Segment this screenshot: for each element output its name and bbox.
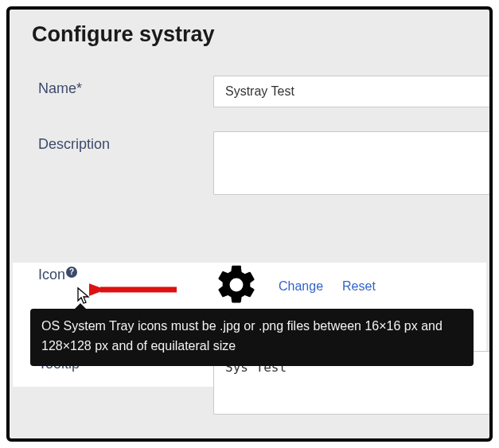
name-input[interactable]: [213, 76, 489, 107]
row-name: Name*: [38, 76, 489, 107]
reset-link[interactable]: Reset: [342, 279, 376, 294]
label-description: Description: [38, 131, 213, 153]
help-tooltip: OS System Tray icons must be .jpg or .pn…: [30, 309, 474, 366]
page-title: Configure systray: [10, 10, 489, 47]
label-name-text: Name: [38, 80, 76, 96]
required-mark: *: [76, 80, 82, 96]
icon-cell: Change Reset: [213, 262, 376, 311]
label-name: Name*: [38, 76, 213, 97]
label-icon-text: Icon: [38, 267, 65, 282]
row-description: Description: [38, 131, 489, 195]
label-icon: Icon?: [38, 262, 213, 283]
gear-icon: [213, 262, 259, 311]
change-link[interactable]: Change: [279, 279, 323, 294]
help-icon[interactable]: ?: [66, 267, 77, 278]
description-input[interactable]: [213, 131, 489, 195]
